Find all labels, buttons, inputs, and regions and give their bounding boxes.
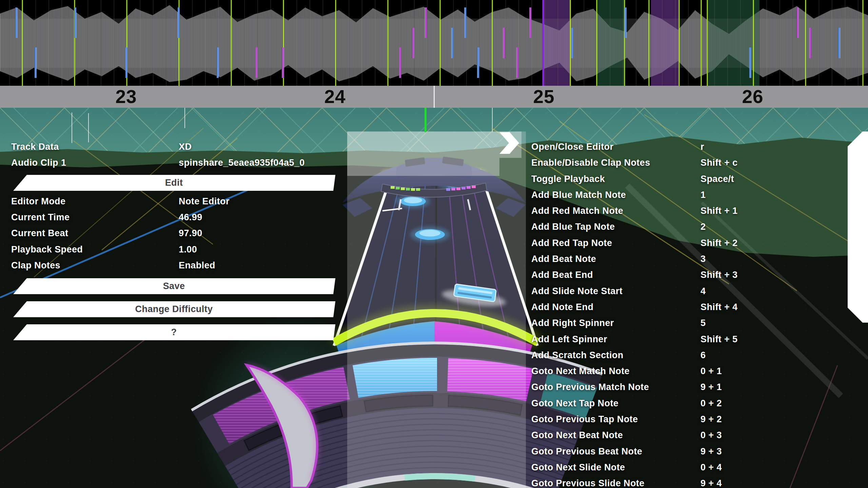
shortcut-label: Add Beat End	[531, 270, 593, 280]
measure-bar[interactable]: 23 24 25 26	[0, 86, 868, 108]
shortcut-row: Add Scratch Section6	[531, 348, 868, 364]
shortcut-keys: 3	[701, 254, 706, 264]
shortcut-label: Goto Previous Slide Note	[531, 478, 645, 488]
shortcut-label: Goto Next Match Note	[531, 366, 630, 377]
change-difficulty-button[interactable]: Change Difficulty	[11, 301, 337, 317]
shortcut-label: Add Blue Match Note	[531, 190, 626, 200]
shortcut-row: Add Blue Tap Note2	[531, 220, 868, 236]
track-data-panel: Track Data XD Audio Clip 1 spinshare_5ea…	[11, 142, 337, 345]
shortcut-row: Add Red Match NoteShift + 1	[531, 204, 868, 220]
editor-column-overlay	[347, 131, 526, 488]
row-value: Enabled	[179, 260, 215, 271]
shortcut-keys: 1	[701, 190, 706, 200]
shortcut-label: Add Scratch Section	[531, 350, 624, 361]
shortcut-label: Goto Next Beat Note	[531, 430, 623, 441]
shortcut-label: Toggle Playback	[531, 174, 605, 184]
shortcut-label: Goto Previous Match Note	[531, 382, 649, 392]
current-beat-row: Current Beat 97.90	[11, 228, 337, 242]
row-value: spinshare_5eaea935f04a5_0	[179, 158, 305, 168]
measure-label: 25	[533, 86, 554, 108]
editor-column-header	[347, 131, 499, 176]
shortcut-label: Goto Previous Beat Note	[531, 446, 642, 457]
shortcut-keys: 4	[701, 286, 706, 297]
shortcut-keys: 9 + 4	[701, 478, 722, 488]
shortcut-row: Add Beat Note3	[531, 252, 868, 268]
shortcut-row: Goto Next Slide Note0 + 4	[531, 461, 868, 476]
shortcut-label: Add Note End	[531, 302, 593, 312]
shortcut-row: Goto Previous Match Note9 + 1	[531, 380, 868, 396]
waveform-graphic	[0, 0, 868, 86]
editor-mode-row: Editor Mode Note Editor	[11, 196, 337, 210]
shortcut-keys: 9 + 3	[701, 446, 722, 457]
playhead-tick	[425, 108, 427, 132]
shortcut-row: Add Slide Note Start4	[531, 284, 868, 300]
row-label: Track Data	[11, 142, 59, 152]
edit-button[interactable]: Edit	[11, 175, 337, 191]
shortcut-keys: Shift + 2	[701, 238, 737, 248]
clap-notes-row: Clap Notes Enabled	[11, 260, 337, 274]
shortcut-keys: 0 + 2	[701, 398, 722, 409]
playback-speed-row: Playback Speed 1.00	[11, 244, 337, 258]
waveform-timeline[interactable]	[0, 0, 868, 86]
shortcut-keys: 9 + 2	[701, 414, 722, 425]
shortcut-keys: r	[701, 142, 704, 152]
shortcut-row: Add Blue Match Note1	[531, 188, 868, 204]
shortcut-label: Add Blue Tap Note	[531, 222, 615, 232]
track-data-row: Track Data XD	[11, 142, 337, 155]
shortcut-keys: Space/t	[701, 174, 734, 184]
shortcut-row: Add Beat EndShift + 3	[531, 268, 868, 284]
shortcut-label: Add Left Spinner	[531, 334, 607, 345]
shortcut-keys: Shift + 3	[701, 270, 737, 280]
measure-label: 26	[742, 86, 763, 108]
shortcut-row: Goto Next Tap Note0 + 2	[531, 396, 868, 412]
row-label: Current Time	[11, 212, 70, 223]
row-label: Audio Clip 1	[11, 158, 66, 168]
shortcut-row: Add Left SpinnerShift + 5	[531, 332, 868, 348]
shortcut-row: Enable/Disable Clap NotesShift + c	[531, 156, 868, 172]
shortcut-label: Goto Next Tap Note	[531, 398, 618, 409]
shortcut-label: Open/Close Editor	[531, 142, 613, 152]
shortcut-label: Add Red Match Note	[531, 206, 623, 216]
shortcut-keys: 6	[701, 350, 706, 361]
shortcut-keys: 0 + 3	[701, 430, 722, 441]
shortcut-keys: 5	[701, 318, 706, 328]
row-value: XD	[179, 142, 192, 152]
help-button[interactable]: ?	[11, 324, 337, 340]
shortcut-keys: 9 + 1	[701, 382, 722, 392]
shortcut-keys: Shift + 1	[701, 206, 737, 216]
row-value: 46.99	[179, 212, 202, 223]
shortcut-keys: Shift + 4	[701, 302, 737, 312]
audio-clip-row: Audio Clip 1 spinshare_5eaea935f04a5_0	[11, 158, 337, 171]
measure-label: 24	[324, 86, 346, 108]
row-label: Playback Speed	[11, 244, 83, 255]
save-button[interactable]: Save	[11, 278, 337, 294]
shortcut-row: Add Red Tap NoteShift + 2	[531, 236, 868, 252]
shortcut-keys: Shift + 5	[701, 334, 737, 345]
shortcut-row: Goto Previous Slide Note9 + 4	[531, 476, 868, 488]
shortcut-label: Goto Next Slide Note	[531, 462, 625, 473]
shortcut-legend: Open/Close Editorr Enable/Disable Clap N…	[531, 140, 868, 488]
shortcut-keys: Shift + c	[701, 158, 737, 168]
row-value: 1.00	[179, 244, 197, 255]
row-label: Editor Mode	[11, 196, 65, 207]
row-value: 97.90	[179, 228, 202, 239]
shortcut-label: Add Slide Note Start	[531, 286, 623, 297]
shortcut-row: Add Right Spinner5	[531, 316, 868, 332]
current-time-row: Current Time 46.99	[11, 212, 337, 226]
shortcut-row: Open/Close Editorr	[531, 140, 868, 156]
shortcut-label: Add Right Spinner	[531, 318, 614, 328]
row-value: Note Editor	[179, 196, 230, 207]
shortcut-row: Goto Next Beat Note0 + 3	[531, 428, 868, 444]
shortcut-keys: 0 + 4	[701, 462, 722, 473]
shortcut-row: Goto Next Match Note0 + 1	[531, 364, 868, 380]
shortcut-label: Goto Previous Tap Note	[531, 414, 638, 425]
playhead-line	[434, 86, 435, 108]
shortcut-row: Goto Previous Beat Note9 + 3	[531, 445, 868, 461]
shortcut-keys: 0 + 1	[701, 366, 722, 377]
shortcut-label: Add Red Tap Note	[531, 238, 612, 248]
row-label: Clap Notes	[11, 260, 60, 271]
row-label: Current Beat	[11, 228, 68, 239]
shortcut-label: Add Beat Note	[531, 254, 596, 264]
shortcut-row: Add Note EndShift + 4	[531, 300, 868, 316]
measure-label: 23	[115, 86, 137, 108]
